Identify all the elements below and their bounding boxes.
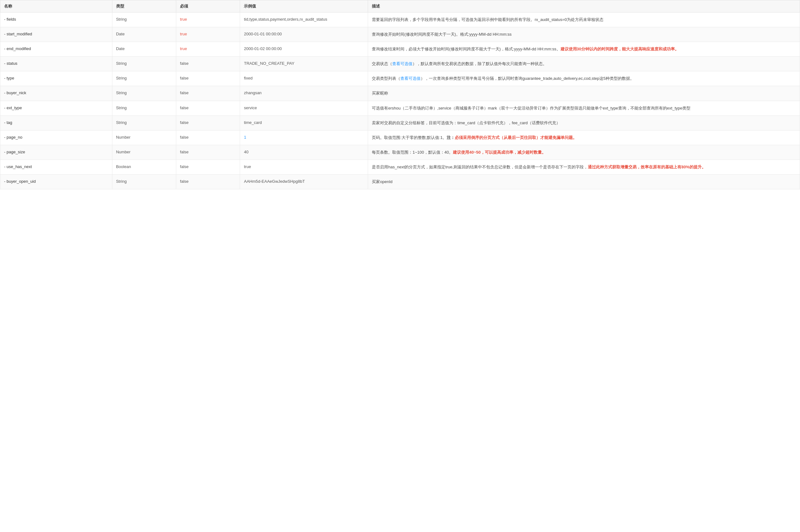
cell-example: 40: [240, 145, 368, 159]
cell-type: Boolean: [112, 159, 176, 174]
cell-type: String: [112, 86, 176, 101]
table-row: - ext_typeStringfalseservice可选值有ershou（二…: [0, 101, 800, 115]
cell-name: - end_modified: [0, 42, 112, 57]
cell-type: Date: [112, 42, 176, 57]
cell-desc: 每页条数。取值范围：1~100，默认值：40。建议使用40~50，可以提高成功率…: [368, 145, 800, 159]
cell-desc: 需要返回的字段列表，多个字段用半角逗号分隔，可选值为返回示例中能看到的所有字段。…: [368, 13, 800, 27]
cell-name: - buyer_open_uid: [0, 175, 112, 189]
cell-required: true: [176, 13, 240, 27]
cell-example: 2000-01-01 00:00:00: [240, 27, 368, 42]
cell-desc: 买家昵称: [368, 86, 800, 101]
table-row: - page_sizeNumberfalse40每页条数。取值范围：1~100，…: [0, 145, 800, 159]
cell-desc: 查询修改开始时间(修改时间跨度不能大于一天)。格式:yyyy-MM-dd HH:…: [368, 27, 800, 42]
cell-name: - ext_type: [0, 101, 112, 115]
cell-name: - page_size: [0, 145, 112, 159]
table-row: - tagStringfalsetime_card卖家对交易的自定义分组标签，目…: [0, 115, 800, 130]
cell-name: - page_no: [0, 130, 112, 145]
cell-required: true: [176, 42, 240, 57]
cell-name: - status: [0, 57, 112, 71]
table-row: - buyer_nickStringfalsezhangsan买家昵称: [0, 86, 800, 101]
table-row: - typeStringfalsefixed交易类型列表（查看可选值），一次查询…: [0, 71, 800, 86]
api-params-table: 名称 类型 必须 示例值 描述 - fieldsStringtruetid,ty…: [0, 0, 800, 189]
header-required: 必须: [176, 0, 240, 13]
cell-type: Number: [112, 130, 176, 145]
header-name: 名称: [0, 0, 112, 13]
cell-desc: 买家openId: [368, 175, 800, 189]
cell-name: - type: [0, 71, 112, 86]
cell-type: Date: [112, 27, 176, 42]
cell-name: - start_modified: [0, 27, 112, 42]
cell-desc: 交易类型列表（查看可选值），一次查询多种类型可用半角逗号分隔，默认同时查询gua…: [368, 71, 800, 86]
cell-example: 2000-01-02 00:00:00: [240, 42, 368, 57]
cell-name: - use_has_next: [0, 159, 112, 174]
cell-example: TRADE_NO_CREATE_PAY: [240, 57, 368, 71]
cell-example: true: [240, 159, 368, 174]
header-example: 示例值: [240, 0, 368, 13]
cell-required: false: [176, 159, 240, 174]
cell-type: String: [112, 101, 176, 115]
cell-type: String: [112, 71, 176, 86]
cell-required: false: [176, 101, 240, 115]
cell-name: - buyer_nick: [0, 86, 112, 101]
cell-example: 1: [240, 130, 368, 145]
cell-desc: 卖家对交易的自定义分组标签，目前可选值为：time_card（点卡软件代充），f…: [368, 115, 800, 130]
table-row: - fieldsStringtruetid,type,status,paymen…: [0, 13, 800, 27]
cell-desc: 交易状态（查看可选值），默认查询所有交易状态的数据，除了默认值外每次只能查询一种…: [368, 57, 800, 71]
cell-type: String: [112, 57, 176, 71]
table-row: - statusStringfalseTRADE_NO_CREATE_PAY交易…: [0, 57, 800, 71]
cell-required: false: [176, 175, 240, 189]
table-row: - page_noNumberfalse1页码。取值范围:大于零的整数;默认值:…: [0, 130, 800, 145]
cell-type: String: [112, 115, 176, 130]
cell-required: false: [176, 145, 240, 159]
cell-desc: 页码。取值范围:大于零的整数;默认值:1。注：必须采用倒序的分页方式（从最后一页…: [368, 130, 800, 145]
cell-example: tid,type,status,payment,orders,rx_audit_…: [240, 13, 368, 27]
table-row: - end_modifiedDatetrue2000-01-02 00:00:0…: [0, 42, 800, 57]
cell-type: String: [112, 13, 176, 27]
cell-required: false: [176, 71, 240, 86]
cell-example: AAHm5d-EAAeGwJedwSHpg8bT: [240, 175, 368, 189]
cell-name: - fields: [0, 13, 112, 27]
cell-required: false: [176, 57, 240, 71]
cell-required: true: [176, 27, 240, 42]
cell-desc: 是否启用has_next的分页方式，如果指定true,则返回的结果中不包含总记录…: [368, 159, 800, 174]
cell-required: false: [176, 86, 240, 101]
cell-type: Number: [112, 145, 176, 159]
cell-example: time_card: [240, 115, 368, 130]
cell-required: false: [176, 115, 240, 130]
cell-required: false: [176, 130, 240, 145]
cell-example: zhangsan: [240, 86, 368, 101]
cell-example: fixed: [240, 71, 368, 86]
table-row: - start_modifiedDatetrue2000-01-01 00:00…: [0, 27, 800, 42]
header-desc: 描述: [368, 0, 800, 13]
cell-name: - tag: [0, 115, 112, 130]
header-type: 类型: [112, 0, 176, 13]
cell-type: String: [112, 175, 176, 189]
table-row: - buyer_open_uidStringfalseAAHm5d-EAAeGw…: [0, 175, 800, 189]
table-row: - use_has_nextBooleanfalsetrue是否启用has_ne…: [0, 159, 800, 174]
cell-desc: 查询修改结束时间，必须大于修改开始时间(修改时间跨度不能大于一天)，格式:yyy…: [368, 42, 800, 57]
cell-desc: 可选值有ershou（二手市场的订单）,service（商城服务子订单）mark…: [368, 101, 800, 115]
cell-example: service: [240, 101, 368, 115]
